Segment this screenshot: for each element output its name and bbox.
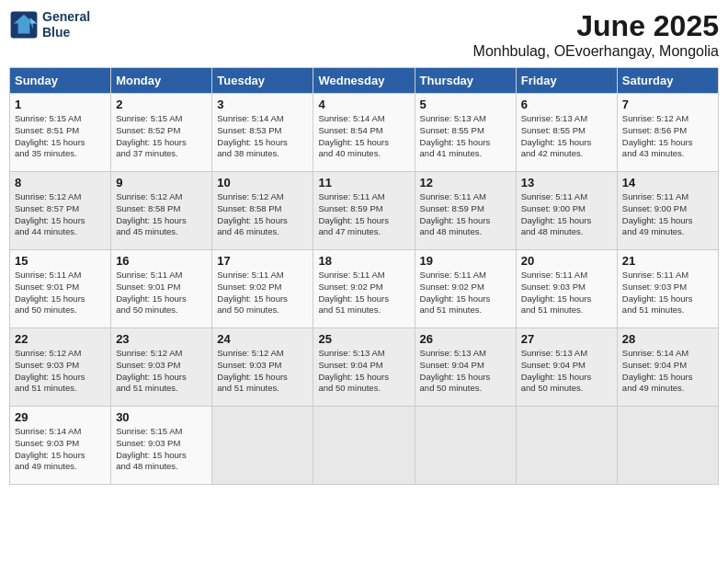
day-number: 15 <box>15 254 106 268</box>
day-number: 21 <box>622 254 713 268</box>
day-info: Sunrise: 5:14 AMSunset: 8:54 PMDaylight:… <box>318 113 409 160</box>
calendar-cell-day-6: 6Sunrise: 5:13 AMSunset: 8:55 PMDaylight… <box>516 94 617 172</box>
day-number: 28 <box>622 332 713 346</box>
calendar-cell-empty <box>516 407 617 485</box>
day-number: 12 <box>420 176 511 190</box>
logo-icon <box>9 10 39 40</box>
calendar-cell-day-27: 27Sunrise: 5:13 AMSunset: 9:04 PMDayligh… <box>516 328 617 407</box>
calendar-cell-day-2: 2Sunrise: 5:15 AMSunset: 8:52 PMDaylight… <box>111 94 212 172</box>
day-info: Sunrise: 5:13 AMSunset: 9:04 PMDaylight:… <box>318 348 409 395</box>
weekday-header-monday: Monday <box>111 68 212 94</box>
day-info: Sunrise: 5:11 AMSunset: 9:00 PMDaylight:… <box>622 191 713 238</box>
day-number: 3 <box>217 98 308 111</box>
day-info: Sunrise: 5:13 AMSunset: 8:55 PMDaylight:… <box>420 113 511 160</box>
day-number: 19 <box>420 254 511 268</box>
calendar-subtitle: Monhbulag, OEvoerhangay, Mongolia <box>473 43 719 60</box>
day-number: 8 <box>15 176 106 190</box>
day-info: Sunrise: 5:11 AMSunset: 9:03 PMDaylight:… <box>622 270 713 316</box>
day-number: 25 <box>318 332 409 346</box>
calendar-cell-day-29: 29Sunrise: 5:14 AMSunset: 9:03 PMDayligh… <box>10 407 111 485</box>
day-number: 26 <box>420 332 511 346</box>
day-number: 16 <box>116 254 207 268</box>
day-number: 10 <box>217 176 308 190</box>
day-number: 23 <box>116 332 207 346</box>
calendar-cell-day-17: 17Sunrise: 5:11 AMSunset: 9:02 PMDayligh… <box>212 250 313 328</box>
calendar-cell-day-8: 8Sunrise: 5:12 AMSunset: 8:57 PMDaylight… <box>10 172 111 250</box>
day-info: Sunrise: 5:12 AMSunset: 8:58 PMDaylight:… <box>116 191 207 238</box>
day-number: 17 <box>217 254 308 268</box>
calendar-cell-empty <box>415 407 516 485</box>
calendar-cell-day-13: 13Sunrise: 5:11 AMSunset: 9:00 PMDayligh… <box>516 172 617 250</box>
day-number: 2 <box>116 98 207 111</box>
calendar-week-4: 29Sunrise: 5:14 AMSunset: 9:03 PMDayligh… <box>10 407 719 485</box>
day-info: Sunrise: 5:11 AMSunset: 8:59 PMDaylight:… <box>318 191 409 238</box>
calendar-cell-day-11: 11Sunrise: 5:11 AMSunset: 8:59 PMDayligh… <box>313 172 415 250</box>
day-number: 18 <box>318 254 409 268</box>
day-info: Sunrise: 5:11 AMSunset: 9:01 PMDaylight:… <box>116 270 207 316</box>
page-header: General Blue June 2025 Monhbulag, OEvoer… <box>9 9 719 60</box>
day-info: Sunrise: 5:15 AMSunset: 8:51 PMDaylight:… <box>15 113 106 160</box>
day-number: 24 <box>217 332 308 346</box>
day-number: 13 <box>521 176 612 190</box>
calendar-cell-day-22: 22Sunrise: 5:12 AMSunset: 9:03 PMDayligh… <box>10 328 111 407</box>
day-number: 29 <box>15 410 106 424</box>
weekday-header-friday: Friday <box>516 68 617 94</box>
day-info: Sunrise: 5:14 AMSunset: 9:04 PMDaylight:… <box>622 348 713 395</box>
weekday-header-wednesday: Wednesday <box>313 68 415 94</box>
calendar-cell-day-25: 25Sunrise: 5:13 AMSunset: 9:04 PMDayligh… <box>313 328 415 407</box>
calendar-cell-day-24: 24Sunrise: 5:12 AMSunset: 9:03 PMDayligh… <box>212 328 313 407</box>
weekday-header-sunday: Sunday <box>10 68 111 94</box>
day-info: Sunrise: 5:13 AMSunset: 9:04 PMDaylight:… <box>420 348 511 395</box>
calendar-cell-day-4: 4Sunrise: 5:14 AMSunset: 8:54 PMDaylight… <box>313 94 415 172</box>
calendar-cell-day-9: 9Sunrise: 5:12 AMSunset: 8:58 PMDaylight… <box>111 172 212 250</box>
calendar-week-1: 8Sunrise: 5:12 AMSunset: 8:57 PMDaylight… <box>10 172 719 250</box>
day-number: 4 <box>318 98 409 111</box>
calendar-cell-day-10: 10Sunrise: 5:12 AMSunset: 8:58 PMDayligh… <box>212 172 313 250</box>
calendar-cell-day-23: 23Sunrise: 5:12 AMSunset: 9:03 PMDayligh… <box>111 328 212 407</box>
day-info: Sunrise: 5:12 AMSunset: 8:58 PMDaylight:… <box>217 191 308 238</box>
day-info: Sunrise: 5:14 AMSunset: 8:53 PMDaylight:… <box>217 113 308 160</box>
day-number: 20 <box>521 254 612 268</box>
calendar-cell-day-30: 30Sunrise: 5:15 AMSunset: 9:03 PMDayligh… <box>111 407 212 485</box>
calendar-cell-day-16: 16Sunrise: 5:11 AMSunset: 9:01 PMDayligh… <box>111 250 212 328</box>
calendar-cell-empty <box>617 407 718 485</box>
day-info: Sunrise: 5:12 AMSunset: 9:03 PMDaylight:… <box>15 348 106 395</box>
day-info: Sunrise: 5:12 AMSunset: 9:03 PMDaylight:… <box>116 348 207 395</box>
weekday-header-thursday: Thursday <box>415 68 516 94</box>
day-info: Sunrise: 5:13 AMSunset: 9:04 PMDaylight:… <box>521 348 612 395</box>
day-info: Sunrise: 5:11 AMSunset: 9:01 PMDaylight:… <box>15 270 106 316</box>
calendar-week-2: 15Sunrise: 5:11 AMSunset: 9:01 PMDayligh… <box>10 250 719 328</box>
day-info: Sunrise: 5:11 AMSunset: 9:00 PMDaylight:… <box>521 191 612 238</box>
day-info: Sunrise: 5:11 AMSunset: 9:02 PMDaylight:… <box>318 270 409 316</box>
calendar-cell-day-18: 18Sunrise: 5:11 AMSunset: 9:02 PMDayligh… <box>313 250 415 328</box>
calendar-week-0: 1Sunrise: 5:15 AMSunset: 8:51 PMDaylight… <box>10 94 719 172</box>
calendar-week-3: 22Sunrise: 5:12 AMSunset: 9:03 PMDayligh… <box>10 328 719 407</box>
logo-text: General Blue <box>42 9 90 40</box>
day-info: Sunrise: 5:12 AMSunset: 9:03 PMDaylight:… <box>217 348 308 395</box>
calendar-cell-day-7: 7Sunrise: 5:12 AMSunset: 8:56 PMDaylight… <box>617 94 718 172</box>
calendar-cell-day-3: 3Sunrise: 5:14 AMSunset: 8:53 PMDaylight… <box>212 94 313 172</box>
calendar-cell-day-5: 5Sunrise: 5:13 AMSunset: 8:55 PMDaylight… <box>415 94 516 172</box>
calendar-cell-day-26: 26Sunrise: 5:13 AMSunset: 9:04 PMDayligh… <box>415 328 516 407</box>
day-number: 7 <box>622 98 713 111</box>
title-block: June 2025 Monhbulag, OEvoerhangay, Mongo… <box>473 9 719 60</box>
day-number: 27 <box>521 332 612 346</box>
day-info: Sunrise: 5:12 AMSunset: 8:57 PMDaylight:… <box>15 191 106 238</box>
day-number: 22 <box>15 332 106 346</box>
calendar-cell-day-21: 21Sunrise: 5:11 AMSunset: 9:03 PMDayligh… <box>617 250 718 328</box>
day-number: 5 <box>420 98 511 111</box>
day-info: Sunrise: 5:15 AMSunset: 8:52 PMDaylight:… <box>116 113 207 160</box>
day-number: 11 <box>318 176 409 190</box>
calendar-cell-day-20: 20Sunrise: 5:11 AMSunset: 9:03 PMDayligh… <box>516 250 617 328</box>
calendar-table: SundayMondayTuesdayWednesdayThursdayFrid… <box>9 67 719 485</box>
day-number: 9 <box>116 176 207 190</box>
day-info: Sunrise: 5:11 AMSunset: 9:02 PMDaylight:… <box>420 270 511 316</box>
day-number: 6 <box>521 98 612 111</box>
calendar-cell-day-1: 1Sunrise: 5:15 AMSunset: 8:51 PMDaylight… <box>10 94 111 172</box>
day-number: 30 <box>116 410 207 424</box>
calendar-cell-day-15: 15Sunrise: 5:11 AMSunset: 9:01 PMDayligh… <box>10 250 111 328</box>
weekday-header-tuesday: Tuesday <box>212 68 313 94</box>
logo: General Blue <box>9 9 90 40</box>
calendar-cell-day-28: 28Sunrise: 5:14 AMSunset: 9:04 PMDayligh… <box>617 328 718 407</box>
day-info: Sunrise: 5:15 AMSunset: 9:03 PMDaylight:… <box>116 426 207 473</box>
